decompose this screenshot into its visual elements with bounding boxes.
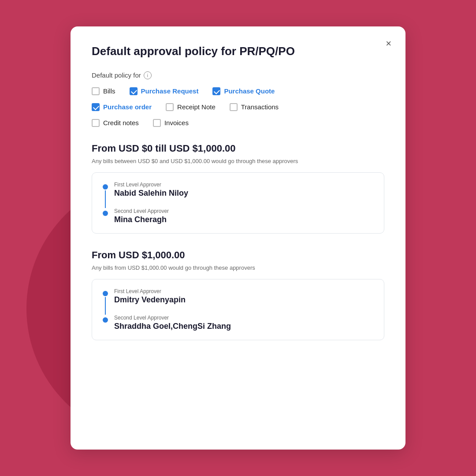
- section-2-approver-card: First Level Approver Dmitry Vedenyapin S…: [92, 279, 384, 340]
- modal-title: Default approval policy for PR/PQ/PO: [92, 44, 384, 59]
- checkbox-purchase-quote[interactable]: Purchase Quote: [212, 87, 275, 95]
- approver-1-dot: [103, 184, 108, 190]
- section-2: From USD $1,000.00 Any bills from USD $1…: [92, 249, 384, 340]
- checkbox-invoices-label: Invoices: [164, 119, 189, 126]
- checkbox-bills-input[interactable]: [92, 87, 100, 95]
- approver-4-dot: [103, 317, 108, 323]
- section-2-heading: From USD $1,000.00: [92, 249, 384, 261]
- info-icon[interactable]: i: [144, 71, 152, 79]
- approver-3-connector: [103, 288, 108, 315]
- approver-3-row: First Level Approver Dmitry Vedenyapin: [103, 288, 373, 315]
- checkbox-credit-notes[interactable]: Credit notes: [92, 119, 139, 127]
- checkbox-credit-notes-label: Credit notes: [103, 119, 139, 126]
- checkbox-invoices-input[interactable]: [153, 119, 161, 127]
- checkbox-receipt-note[interactable]: Receipt Note: [166, 103, 216, 111]
- section-1-subtext: Any bills between USD $0 and USD $1,000.…: [92, 158, 384, 164]
- checkbox-purchase-quote-input[interactable]: [212, 87, 220, 95]
- approver-4-info: Second Level Approver Shraddha Goel,Chen…: [114, 315, 373, 331]
- approver-2-level: Second Level Approver: [114, 208, 373, 214]
- approver-4-level: Second Level Approver: [114, 315, 373, 321]
- checkbox-transactions[interactable]: Transactions: [230, 103, 279, 111]
- checkbox-credit-notes-input[interactable]: [92, 119, 100, 127]
- checkbox-grid: Bills Purchase Request Purchase Quote Pu…: [92, 87, 384, 127]
- approver-2-connector: [103, 208, 108, 216]
- checkbox-bills[interactable]: Bills: [92, 87, 115, 95]
- checkbox-row-2: Purchase order Receipt Note Transactions: [92, 103, 384, 111]
- section-1-heading: From USD $0 till USD $1,000.00: [92, 143, 384, 154]
- approver-1-name: Nabid Salehin Niloy: [114, 189, 373, 198]
- checkbox-purchase-order[interactable]: Purchase order: [92, 103, 152, 111]
- checkbox-receipt-note-label: Receipt Note: [177, 103, 216, 111]
- approver-2-row: Second Level Approver Mina Cheragh: [103, 208, 373, 224]
- checkbox-invoices[interactable]: Invoices: [153, 119, 189, 127]
- modal-container: × Default approval policy for PR/PQ/PO D…: [71, 26, 405, 450]
- approver-4-name: Shraddha Goel,ChengSi Zhang: [114, 322, 373, 331]
- approver-1-info: First Level Approver Nabid Salehin Niloy: [114, 182, 373, 208]
- policy-label-row: Default policy for i: [92, 71, 384, 79]
- approver-3-dot: [103, 291, 108, 296]
- approver-4-row: Second Level Approver Shraddha Goel,Chen…: [103, 315, 373, 331]
- close-button[interactable]: ×: [386, 39, 391, 48]
- approver-1-connector: [103, 182, 108, 208]
- approver-1-level: First Level Approver: [114, 182, 373, 188]
- checkbox-bills-label: Bills: [103, 87, 115, 95]
- approver-3-info: First Level Approver Dmitry Vedenyapin: [114, 288, 373, 315]
- checkbox-purchase-request-input[interactable]: [130, 87, 138, 95]
- approver-4-connector: [103, 315, 108, 323]
- checkbox-purchase-order-input[interactable]: [92, 103, 100, 111]
- section-1: From USD $0 till USD $1,000.00 Any bills…: [92, 143, 384, 234]
- checkbox-purchase-request[interactable]: Purchase Request: [130, 87, 199, 95]
- approver-2-name: Mina Cheragh: [114, 215, 373, 224]
- section-1-approver-card: First Level Approver Nabid Salehin Niloy…: [92, 172, 384, 234]
- checkbox-transactions-input[interactable]: [230, 103, 238, 111]
- checkbox-purchase-quote-label: Purchase Quote: [224, 87, 275, 95]
- checkbox-row-1: Bills Purchase Request Purchase Quote: [92, 87, 384, 95]
- checkbox-receipt-note-input[interactable]: [166, 103, 174, 111]
- checkbox-purchase-request-label: Purchase Request: [141, 87, 199, 95]
- approver-1-line: [105, 190, 106, 208]
- approver-2-dot: [103, 211, 108, 216]
- checkbox-row-3: Credit notes Invoices: [92, 119, 384, 127]
- approver-2-info: Second Level Approver Mina Cheragh: [114, 208, 373, 224]
- policy-label-text: Default policy for: [92, 71, 141, 79]
- approver-3-name: Dmitry Vedenyapin: [114, 295, 373, 305]
- checkbox-purchase-order-label: Purchase order: [103, 103, 152, 111]
- approver-3-line: [105, 297, 106, 315]
- approver-3-level: First Level Approver: [114, 288, 373, 294]
- checkbox-transactions-label: Transactions: [241, 103, 279, 111]
- section-2-subtext: Any bills from USD $1,000.00 would go th…: [92, 264, 384, 271]
- approver-1-row: First Level Approver Nabid Salehin Niloy: [103, 182, 373, 208]
